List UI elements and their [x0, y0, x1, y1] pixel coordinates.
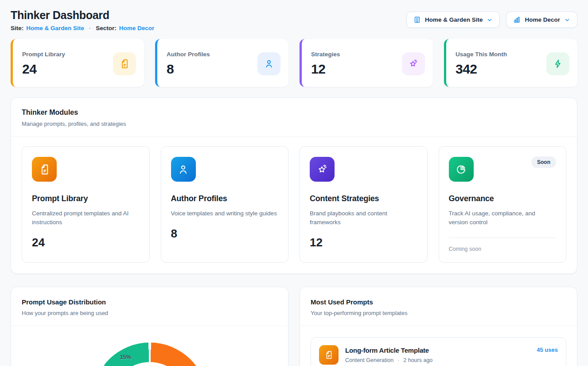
prompts-panel-header: Most Used Prompts Your top-performing pr…: [300, 287, 577, 326]
bottom-row: Prompt Usage Distribution How your promp…: [11, 287, 577, 366]
module-description: Track AI usage, compliance, and version …: [449, 209, 556, 227]
prompt-list: Long-form Article Template Content Gener…: [300, 326, 577, 366]
module-card-author-profiles[interactable]: Author Profiles Voice templates and writ…: [161, 146, 289, 263]
module-title: Content Strategies: [310, 194, 417, 203]
site-selector-label: Home & Garden Site: [425, 16, 483, 23]
module-card-content-strategies[interactable]: Content Strategies Brand playbooks and c…: [300, 146, 428, 263]
prompt-item-meta: Content Generation · 2 hours ago: [345, 357, 432, 363]
document-icon: [32, 157, 57, 182]
donut-slice-label: 15%: [120, 354, 131, 360]
divider: [449, 238, 557, 238]
module-title: Governance: [449, 194, 557, 203]
module-description: Brand playbooks and content frameworks: [310, 209, 417, 227]
star-icon: [402, 52, 425, 75]
module-description: Centralized prompt templates and AI inst…: [32, 209, 139, 227]
dashboard-page: Thinker Dashboard Site: Home & Garden Si…: [0, 0, 588, 366]
prompt-item-time: 2 hours ago: [403, 357, 432, 363]
site-label: Site:: [11, 25, 23, 31]
page-header: Thinker Dashboard Site: Home & Garden Si…: [11, 7, 577, 31]
usage-distribution-panel: Prompt Usage Distribution How your promp…: [11, 287, 288, 366]
document-icon: [319, 345, 339, 365]
usage-panel-title: Prompt Usage Distribution: [22, 298, 277, 306]
modules-grid: Prompt Library Centralized prompt templa…: [11, 136, 577, 273]
page-title: Thinker Dashboard: [11, 7, 154, 22]
pie-chart-icon: [449, 157, 474, 182]
site-selector-button[interactable]: Home & Garden Site: [406, 12, 500, 28]
bar-chart-icon: [513, 16, 521, 23]
module-title: Prompt Library: [32, 194, 140, 203]
stat-value: 12: [311, 62, 340, 77]
module-title: Author Profiles: [171, 194, 279, 203]
user-icon: [257, 52, 280, 75]
meta-separator: ·: [89, 25, 91, 31]
stat-card-usage: Usage This Month 342: [444, 39, 577, 87]
modules-header: Thinker Modules Manage prompts, profiles…: [11, 98, 577, 136]
prompt-item-title: Long-form Article Template: [345, 347, 432, 354]
prompt-list-item[interactable]: Long-form Article Template Content Gener…: [311, 337, 566, 366]
usage-panel-header: Prompt Usage Distribution How your promp…: [11, 287, 288, 326]
building-icon: [413, 16, 421, 23]
chevron-down-icon: [564, 17, 570, 23]
prompts-panel-subtitle: Your top-performing prompt templates: [311, 310, 566, 316]
stat-label: Author Profiles: [167, 51, 210, 58]
most-used-prompts-panel: Most Used Prompts Your top-performing pr…: [300, 287, 577, 366]
stat-label: Prompt Library: [22, 51, 65, 58]
sector-selector-button[interactable]: Home Decor: [506, 12, 577, 28]
stat-card-prompt-library: Prompt Library 24: [11, 39, 144, 87]
module-count: 12: [310, 236, 417, 249]
soon-badge: Soon: [531, 156, 556, 168]
chevron-down-icon: [487, 17, 493, 23]
stats-row: Prompt Library 24 Author Profiles 8 Stra…: [11, 39, 577, 87]
stat-label: Strategies: [311, 51, 340, 58]
prompt-item-body: Long-form Article Template Content Gener…: [345, 347, 432, 363]
usage-donut: 15%: [92, 343, 207, 366]
header-titles: Thinker Dashboard Site: Home & Garden Si…: [11, 7, 154, 31]
module-count: 24: [32, 236, 140, 249]
usage-panel-subtitle: How your prompts are being used: [22, 310, 277, 316]
stat-value: 8: [167, 62, 210, 77]
module-card-governance[interactable]: Soon Governance Track AI usage, complian…: [439, 146, 567, 263]
star-icon: [310, 157, 335, 182]
prompts-panel-title: Most Used Prompts: [311, 298, 566, 306]
header-actions: Home & Garden Site Home Decor: [406, 7, 577, 28]
bolt-icon: [546, 52, 569, 75]
stat-card-strategies: Strategies 12: [300, 39, 433, 87]
site-link[interactable]: Home & Garden Site: [26, 25, 84, 31]
thinker-modules-panel: Thinker Modules Manage prompts, profiles…: [11, 97, 577, 274]
sector-link[interactable]: Home Decor: [119, 25, 155, 31]
meta-separator: ·: [397, 357, 399, 363]
module-card-prompt-library[interactable]: Prompt Library Centralized prompt templa…: [22, 146, 150, 263]
modules-title: Thinker Modules: [22, 109, 566, 117]
module-count: 8: [171, 227, 279, 241]
prompt-item-uses-badge: 45 uses: [537, 347, 558, 353]
sector-selector-label: Home Decor: [525, 16, 560, 23]
prompt-item-category: Content Generation: [345, 357, 393, 363]
document-icon: [113, 52, 136, 75]
breadcrumb: Site: Home & Garden Site · Sector: Home …: [11, 25, 154, 31]
module-description: Voice templates and writing style guides: [171, 209, 278, 218]
stat-value: 24: [22, 62, 65, 77]
coming-soon-text: Coming soon: [449, 246, 557, 252]
modules-subtitle: Manage prompts, profiles, and strategies: [22, 121, 566, 127]
stat-label: Usage This Month: [456, 51, 507, 58]
donut-chart-area: 15%: [11, 326, 288, 366]
sector-label: Sector:: [96, 25, 117, 31]
stat-value: 342: [456, 62, 507, 77]
user-icon: [171, 157, 196, 182]
stat-card-author-profiles: Author Profiles 8: [155, 39, 288, 87]
